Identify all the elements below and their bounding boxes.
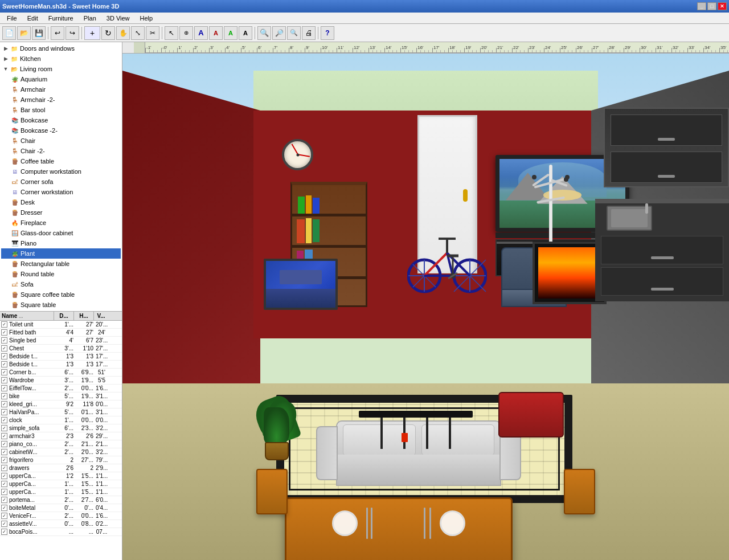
- table-row[interactable]: drawers 2'6 2 2'9...: [0, 464, 122, 472]
- tb-rotate[interactable]: ↻: [101, 26, 115, 40]
- tree-item-chair-2[interactable]: 🪑 Chair -2-: [1, 146, 121, 156]
- visibility-checkbox[interactable]: [1, 529, 7, 535]
- menu-file[interactable]: File: [2, 14, 22, 23]
- tb-save[interactable]: 💾: [32, 26, 46, 40]
- visibility-checkbox[interactable]: [1, 385, 7, 391]
- visibility-checkbox[interactable]: [1, 465, 7, 471]
- close-button[interactable]: ✕: [718, 2, 727, 10]
- visibility-checkbox[interactable]: [1, 489, 7, 495]
- tb-new[interactable]: 📄: [2, 26, 16, 40]
- tb-text3[interactable]: A: [224, 26, 237, 40]
- tb-search[interactable]: 🔍: [257, 26, 271, 40]
- col-d-header[interactable]: D...: [54, 312, 74, 320]
- table-row[interactable]: cabinetW... 2'... 2'0... 3'2...: [0, 448, 122, 456]
- table-row[interactable]: VeniceFr... 2'... 0'0... 1'6...: [0, 512, 122, 520]
- tb-redo[interactable]: ↪: [65, 26, 79, 40]
- visibility-checkbox[interactable]: [1, 513, 7, 519]
- visibility-checkbox[interactable]: [1, 449, 7, 455]
- visibility-checkbox[interactable]: [1, 425, 7, 431]
- tree-item-round-table[interactable]: 🪵 Round table: [1, 269, 121, 279]
- tree-item-glass-door-cabinet[interactable]: 🪟 Glass-door cabinet: [1, 228, 121, 238]
- tree-toggle[interactable]: ▶: [2, 45, 9, 52]
- tree-item-dresser[interactable]: 🪵 Dresser: [1, 207, 121, 218]
- table-row[interactable]: assietteV... 0'... 0'8... 0'2...: [0, 520, 122, 528]
- col-v-header[interactable]: V...: [94, 312, 108, 320]
- visibility-checkbox[interactable]: [1, 329, 7, 336]
- visibility-checkbox[interactable]: [1, 337, 7, 344]
- tree-item-aquarium[interactable]: 🪴 Aquarium: [1, 74, 121, 84]
- visibility-checkbox[interactable]: [1, 473, 7, 479]
- tree-item-bookcase[interactable]: 📚 Bookcase: [1, 115, 121, 125]
- tree-toggle[interactable]: ▼: [2, 66, 9, 72]
- tree-item-rectangular-table[interactable]: 🪵 Rectangular table: [1, 259, 121, 269]
- tb-delete[interactable]: ✂: [146, 26, 159, 40]
- tb-help[interactable]: ?: [321, 26, 334, 40]
- tb-text4[interactable]: A: [239, 26, 252, 40]
- tree-item-sofa[interactable]: 🛋 Sofa: [1, 279, 121, 289]
- tree-item-barstool[interactable]: 🪑 Bar stool: [1, 105, 121, 115]
- table-row[interactable]: clock 1'... 0'0... 0'0...: [0, 416, 122, 424]
- table-row[interactable]: simple_sofa 6'... 2'3... 3'2...: [0, 424, 122, 432]
- table-row[interactable]: Single bed 4' 6'7 23'...: [0, 337, 122, 345]
- tree-item-corner-workstation[interactable]: 🖥 Corner workstation: [1, 187, 121, 197]
- tb-open[interactable]: 📂: [17, 26, 31, 40]
- table-row[interactable]: upperCa... 1'2 1'5... 1'1...: [0, 472, 122, 480]
- tree-item-square-table[interactable]: 🪵 Square table: [1, 300, 121, 310]
- table-row[interactable]: Bedside t... 1'3 1'3 17'...: [0, 361, 122, 369]
- visibility-checkbox[interactable]: [1, 393, 7, 399]
- tree-item-chair[interactable]: 🪑 Chair: [1, 136, 121, 146]
- 3d-view[interactable]: [122, 54, 729, 560]
- menu-furniture[interactable]: Furniture: [44, 14, 78, 23]
- tree-item-corner-sofa[interactable]: 🛋 Corner sofa: [1, 177, 121, 187]
- col-h-header[interactable]: H...: [74, 312, 94, 320]
- table-row[interactable]: upperCa... 1'... 1'5... 1'1...: [0, 488, 122, 496]
- table-row[interactable]: HaiVanPa... 5'... 0'1... 3'1...: [0, 408, 122, 416]
- table-row[interactable]: frigorifero 2 27'... 79'...: [0, 456, 122, 464]
- visibility-checkbox[interactable]: [1, 345, 7, 351]
- tree-item-armchair[interactable]: 🪑 Armchair: [1, 84, 121, 95]
- tb-pan[interactable]: ⊕: [179, 26, 193, 40]
- visibility-checkbox[interactable]: [1, 361, 7, 367]
- tree-toggle[interactable]: ▶: [2, 55, 9, 62]
- visibility-checkbox[interactable]: [1, 321, 7, 328]
- tree-item-desk[interactable]: 🪵 Desk: [1, 197, 121, 207]
- col-name-header[interactable]: Name ...: [0, 312, 54, 320]
- menu-help[interactable]: Help: [136, 14, 158, 23]
- visibility-checkbox[interactable]: [1, 481, 7, 487]
- tb-zoom-out[interactable]: 🔍: [287, 26, 301, 40]
- visibility-checkbox[interactable]: [1, 409, 7, 415]
- table-row[interactable]: Toilet unit 1'... 27' 20'...: [0, 321, 122, 329]
- table-row[interactable]: kleed_gri... 9'2 11'8 0'0...: [0, 400, 122, 408]
- table-row[interactable]: portema... 2'... 2'7... 6'0...: [0, 496, 122, 504]
- table-row[interactable]: Corner b... 6'... 6'9... 51': [0, 369, 122, 377]
- tb-select[interactable]: ↖: [165, 26, 178, 40]
- table-area[interactable]: Toilet unit 1'... 27' 20'... Fitted bath…: [0, 321, 122, 560]
- tree-item-piano[interactable]: 🎹 Piano: [1, 238, 121, 248]
- maximize-button[interactable]: □: [707, 2, 716, 10]
- menu-edit[interactable]: Edit: [23, 14, 43, 23]
- visibility-checkbox[interactable]: [1, 401, 7, 407]
- table-row[interactable]: boiteMetal 0'... 0'... 0'4...: [0, 504, 122, 512]
- tb-text[interactable]: A: [194, 26, 208, 40]
- table-row[interactable]: Wardrobe 3'... 1'9... 5'5: [0, 377, 122, 385]
- tree-item-bookcase-2[interactable]: 📚 Bookcase -2-: [1, 125, 121, 136]
- tree-item-square-coffee-table[interactable]: 🪵 Square coffee table: [1, 289, 121, 300]
- tree-view[interactable]: ▶ 📁 Doors and windows ▶ 📁 Kitchen ▼ 📂 Li…: [0, 42, 122, 312]
- table-row[interactable]: EiffelTow... 2'... 0'0... 1'6...: [0, 385, 122, 393]
- visibility-checkbox[interactable]: [1, 377, 7, 383]
- visibility-checkbox[interactable]: [1, 521, 7, 527]
- table-row[interactable]: Bedside t... 1'3 1'3 17'...: [0, 353, 122, 361]
- table-row[interactable]: upperCa... 1'... 1'5... 1'1...: [0, 480, 122, 488]
- tree-item-computer-workstation[interactable]: 🖥 Computer workstation: [1, 166, 121, 177]
- table-row[interactable]: bike 5'... 1'9... 3'1...: [0, 393, 122, 400]
- tb-resize[interactable]: ⤡: [131, 26, 145, 40]
- table-row[interactable]: Chest 3'... 1'10 27'...: [0, 345, 122, 353]
- visibility-checkbox[interactable]: [1, 353, 7, 359]
- tree-item-doors-windows[interactable]: ▶ 📁 Doors and windows: [1, 43, 121, 54]
- tb-zoom-in[interactable]: 🔎: [272, 26, 286, 40]
- visibility-checkbox[interactable]: [1, 457, 7, 463]
- tree-item-coffee-table[interactable]: 🪵 Coffee table: [1, 156, 121, 166]
- tree-item-fireplace[interactable]: 🔥 Fireplace: [1, 218, 121, 228]
- menu-plan[interactable]: Plan: [79, 14, 101, 23]
- tb-undo[interactable]: ↩: [51, 26, 64, 40]
